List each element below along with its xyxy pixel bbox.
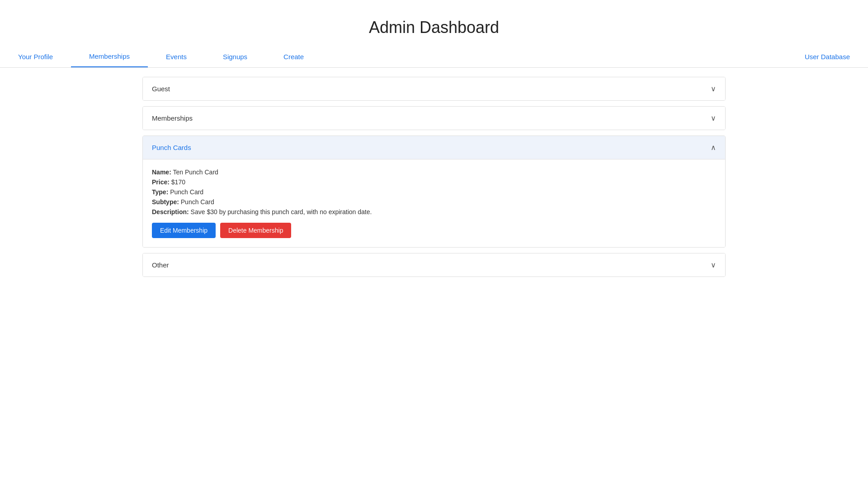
edit-membership-button[interactable]: Edit Membership bbox=[152, 223, 216, 238]
punch-card-button-row: Edit Membership Delete Membership bbox=[152, 223, 716, 238]
accordion-header-other[interactable]: Other bbox=[143, 253, 725, 276]
accordion-memberships: Memberships bbox=[142, 106, 726, 130]
type-value: Punch Card bbox=[170, 188, 203, 196]
price-value: $170 bbox=[171, 178, 185, 186]
nav-item-memberships[interactable]: Memberships bbox=[71, 46, 148, 67]
nav-bar: Your Profile Memberships Events Signups … bbox=[0, 46, 868, 68]
accordion-label-punch-cards: Punch Cards bbox=[152, 144, 191, 151]
accordion-label-memberships: Memberships bbox=[152, 114, 193, 122]
nav-item-events[interactable]: Events bbox=[148, 46, 205, 67]
accordion-punch-cards: Punch Cards Name: Ten Punch Card Price: … bbox=[142, 136, 726, 248]
accordion-header-punch-cards[interactable]: Punch Cards bbox=[143, 136, 725, 159]
accordion-header-guest[interactable]: Guest bbox=[143, 77, 725, 100]
price-label: Price: bbox=[152, 178, 170, 186]
punch-card-description-line: Description: Save $30 by purchasing this… bbox=[152, 208, 716, 215]
nav-item-user-database[interactable]: User Database bbox=[787, 46, 868, 67]
name-label: Name: bbox=[152, 169, 171, 176]
nav-item-signups[interactable]: Signups bbox=[205, 46, 265, 67]
punch-card-name-line: Name: Ten Punch Card bbox=[152, 169, 716, 176]
nav-item-create[interactable]: Create bbox=[265, 46, 322, 67]
subtype-value: Punch Card bbox=[181, 198, 214, 206]
chevron-down-icon-guest bbox=[711, 84, 716, 93]
description-label: Description: bbox=[152, 208, 189, 215]
accordion-label-guest: Guest bbox=[152, 85, 170, 93]
main-content: Guest Memberships Punch Cards Name: Ten … bbox=[133, 77, 735, 277]
page-title: Admin Dashboard bbox=[0, 18, 868, 37]
delete-membership-button[interactable]: Delete Membership bbox=[220, 223, 291, 238]
accordion-guest: Guest bbox=[142, 77, 726, 101]
nav-item-your-profile[interactable]: Your Profile bbox=[0, 46, 71, 67]
punch-card-price-line: Price: $170 bbox=[152, 178, 716, 186]
chevron-up-icon-punch-cards bbox=[711, 143, 716, 152]
accordion-body-punch-cards: Name: Ten Punch Card Price: $170 Type: P… bbox=[143, 159, 725, 247]
punch-card-subtype-line: Subtype: Punch Card bbox=[152, 198, 716, 206]
page-header: Admin Dashboard bbox=[0, 0, 868, 46]
accordion-label-other: Other bbox=[152, 261, 169, 269]
name-value: Ten Punch Card bbox=[173, 169, 218, 176]
type-label: Type: bbox=[152, 188, 168, 196]
accordion-header-memberships[interactable]: Memberships bbox=[143, 107, 725, 130]
description-value: Save $30 by purchasing this punch card, … bbox=[191, 208, 372, 215]
accordion-other: Other bbox=[142, 253, 726, 277]
punch-card-type-line: Type: Punch Card bbox=[152, 188, 716, 196]
page-wrapper: Admin Dashboard Your Profile Memberships… bbox=[0, 0, 868, 277]
chevron-down-icon-other bbox=[711, 261, 716, 269]
subtype-label: Subtype: bbox=[152, 198, 179, 206]
chevron-down-icon-memberships bbox=[711, 114, 716, 122]
